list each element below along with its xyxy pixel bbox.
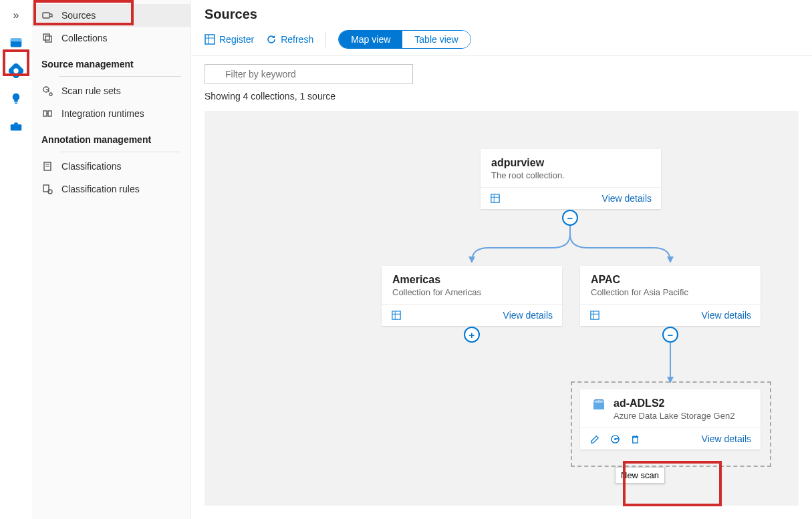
- rail-management-icon[interactable]: [5, 116, 27, 138]
- table-view-toggle[interactable]: Table view: [402, 31, 470, 48]
- svg-marker-25: [468, 256, 475, 263]
- svg-point-11: [49, 93, 52, 96]
- card-subtitle: The root collection.: [491, 170, 650, 180]
- svg-rect-41: [632, 437, 638, 442]
- collections-icon: [41, 32, 53, 44]
- separator: [325, 31, 326, 47]
- svg-rect-35: [591, 311, 599, 319]
- svg-rect-29: [491, 194, 499, 202]
- new-scan-icon[interactable]: [610, 434, 620, 444]
- page-title: Sources: [191, 0, 812, 26]
- view-details-link[interactable]: View details: [702, 310, 751, 321]
- nav-item-label: Classifications: [61, 161, 121, 172]
- view-details-link[interactable]: View details: [702, 434, 751, 444]
- svg-rect-5: [11, 124, 22, 130]
- divider: [59, 152, 181, 152]
- nav-item-collections[interactable]: Collections: [32, 27, 190, 49]
- nav-item-label: Scan rule sets: [61, 85, 121, 96]
- left-rail: »: [0, 0, 32, 519]
- svg-point-40: [614, 438, 616, 440]
- card-title: Americas: [392, 274, 551, 286]
- source-card-ad-adls2[interactable]: ad-ADLS2 Azure Data Lake Storage Gen2 Vi…: [580, 389, 761, 450]
- storage-icon: [591, 397, 607, 413]
- nav-item-label: Sources: [61, 10, 96, 21]
- sources-icon: [41, 9, 53, 21]
- scan-rule-sets-icon: [41, 85, 53, 97]
- nav-item-sources[interactable]: Sources: [32, 4, 190, 27]
- svg-rect-4: [15, 103, 17, 104]
- svg-rect-12: [43, 111, 47, 116]
- svg-rect-7: [43, 13, 49, 18]
- divider: [59, 76, 181, 77]
- main: Sources Register Refresh Map view Table …: [191, 0, 812, 519]
- rail-insights-icon[interactable]: [5, 88, 27, 110]
- classification-rules-icon: [41, 183, 53, 195]
- nav-item-classification-rules[interactable]: Classification rules: [32, 178, 190, 200]
- nav-section-annotation-mgmt: Annotation management: [32, 125, 190, 149]
- nav-item-scan-rule-sets[interactable]: Scan rule sets: [32, 79, 190, 102]
- rail-data-map-icon[interactable]: [5, 60, 27, 81]
- card-subtitle: Collection for Americas: [392, 287, 551, 297]
- card-subtitle: Collection for Asia Pacific: [591, 287, 750, 297]
- collection-card-americas[interactable]: Americas Collection for Americas View de…: [382, 266, 562, 326]
- nav-item-label: Integration runtimes: [61, 108, 144, 119]
- svg-rect-20: [205, 35, 215, 44]
- svg-point-38: [593, 400, 604, 403]
- svg-marker-26: [667, 256, 674, 263]
- nav-section-source-mgmt: Source management: [32, 49, 190, 73]
- svg-rect-32: [392, 311, 400, 319]
- svg-rect-8: [43, 34, 49, 40]
- toolbar: Register Refresh Map view Table view: [191, 26, 812, 56]
- refresh-button[interactable]: Refresh: [266, 34, 313, 45]
- delete-icon[interactable]: [630, 434, 640, 444]
- map-view-toggle[interactable]: Map view: [339, 31, 402, 48]
- classifications-icon: [41, 160, 53, 172]
- view-details-link[interactable]: View details: [503, 310, 553, 321]
- expand-toggle-icon[interactable]: +: [464, 327, 480, 343]
- register-icon: [205, 34, 215, 45]
- collection-card-root[interactable]: adpurview The root collection. View deta…: [481, 149, 661, 209]
- edit-icon[interactable]: [589, 434, 600, 444]
- filter-row: [191, 56, 812, 88]
- filter-input[interactable]: [205, 64, 413, 84]
- card-title: APAC: [591, 274, 750, 286]
- register-button[interactable]: Register: [205, 34, 254, 45]
- tooltip-new-scan: New scan: [615, 467, 665, 484]
- grid-icon[interactable]: [589, 310, 600, 321]
- expand-rail-icon[interactable]: »: [13, 5, 19, 25]
- collapse-toggle-icon[interactable]: −: [562, 210, 578, 226]
- nav-item-label: Collections: [61, 33, 107, 43]
- integration-runtimes-icon: [41, 108, 53, 120]
- rail-data-catalog-icon[interactable]: [5, 32, 27, 53]
- card-title: adpurview: [491, 157, 650, 169]
- collection-card-apac[interactable]: APAC Collection for Asia Pacific View de…: [580, 266, 761, 326]
- refresh-icon: [266, 34, 277, 45]
- svg-rect-6: [14, 123, 18, 126]
- view-details-link[interactable]: View details: [602, 193, 652, 204]
- svg-point-3: [13, 68, 18, 73]
- side-nav: Sources Collections Source management Sc…: [32, 0, 191, 519]
- map-canvas[interactable]: adpurview The root collection. View deta…: [205, 111, 799, 506]
- grid-icon[interactable]: [391, 310, 402, 321]
- card-title: ad-ADLS2: [614, 397, 734, 409]
- svg-rect-9: [45, 36, 51, 42]
- collapse-toggle-icon[interactable]: −: [662, 327, 678, 343]
- svg-rect-1: [11, 39, 22, 42]
- nav-item-classifications[interactable]: Classifications: [32, 155, 190, 178]
- nav-item-integration-runtimes[interactable]: Integration runtimes: [32, 102, 190, 125]
- svg-rect-13: [48, 111, 51, 116]
- view-toggle: Map view Table view: [338, 30, 471, 49]
- grid-icon[interactable]: [490, 193, 501, 204]
- result-count: Showing 4 collections, 1 source: [191, 88, 812, 106]
- nav-item-label: Classification rules: [61, 184, 140, 194]
- card-subtitle: Azure Data Lake Storage Gen2: [614, 411, 734, 421]
